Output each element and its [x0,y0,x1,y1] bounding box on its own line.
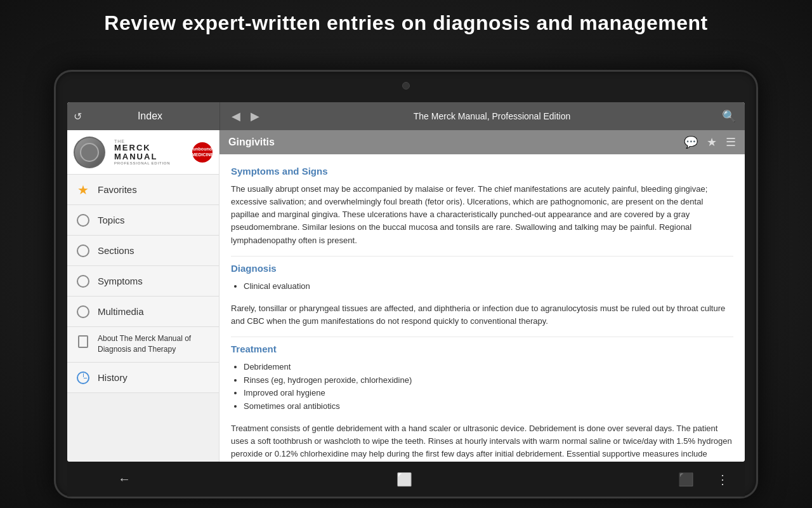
treatment-bullets: Debridement Rinses (eg, hydrogen peroxid… [244,361,733,413]
sidebar: THE MERCK MANUAL PROFESSIONAL EDITION un… [67,130,219,462]
sidebar-item-label: History [98,372,128,383]
android-recents-button[interactable]: ⬛ [678,472,694,487]
sidebar-item-label: Favorites [98,184,137,195]
sidebar-logo: THE MERCK MANUAL PROFESSIONAL EDITION un… [67,130,219,175]
sidebar-item-favorites[interactable]: ★ Favorites [67,175,219,205]
content-area: Gingivitis 💬 ★ ☰ Symptoms and Signs The … [219,130,745,462]
nav-left-section: ↺ Index [67,110,219,123]
bullet-item: Debridement [244,361,733,374]
sidebar-item-multimedia[interactable]: Multimedia [67,297,219,327]
article-body: Symptoms and Signs The usually abrupt on… [219,154,745,462]
section-heading-treatment: Treatment [231,344,733,354]
top-nav-bar: ↺ Index ◀ ▶ The Merck Manual, Profession… [67,102,745,130]
section-heading-diagnosis: Diagnosis [231,263,733,274]
section-divider-2 [231,337,733,337]
nav-main-title: The Merck Manual, Professional Edition [267,111,717,121]
sidebar-item-label: About The Merck Manual of Diagnosis and … [98,333,210,355]
sections-icon [76,244,90,258]
forward-arrow-icon[interactable]: ▶ [248,107,262,126]
sidebar-item-about[interactable]: About The Merck Manual of Diagnosis and … [67,327,219,363]
refresh-icon[interactable]: ↺ [74,110,82,123]
symptoms-icon [76,274,90,288]
logo-avatar [74,137,105,168]
android-home-button[interactable]: ⬜ [396,472,412,487]
article-action-icons: 💬 ★ ☰ [684,135,736,149]
android-nav-bar: ← ⬜ ⬛ ⋮ [67,462,745,497]
sidebar-item-label: Symptoms [98,276,143,286]
android-overflow-icon[interactable]: ⋮ [716,472,729,487]
tablet-camera [402,82,410,90]
main-area: THE MERCK MANUAL PROFESSIONAL EDITION un… [67,130,745,462]
nav-index-title: Index [87,110,213,122]
logo-text: THE MERCK MANUAL PROFESSIONAL EDITION [109,139,170,166]
share-icon[interactable]: 💬 [684,135,698,149]
back-arrow-icon[interactable]: ◀ [229,107,243,126]
sidebar-item-symptoms[interactable]: Symptoms [67,266,219,297]
diagnosis-bullets: Clinical evaluation [244,280,733,293]
article-title: Gingivitis [228,137,275,148]
bullet-item: Clinical evaluation [244,280,733,293]
section-heading-symptoms: Symptoms and Signs [231,166,733,177]
sidebar-item-history[interactable]: History [67,363,219,393]
sidebar-item-label: Topics [98,215,125,225]
symptoms-paragraph: The usually abrupt onset may be accompan… [231,183,733,247]
bullet-item: Improved oral hygiene [244,387,733,400]
about-icon [76,335,90,349]
bookmark-star-icon[interactable]: ★ [707,135,717,149]
page-headline: Review expert-written entries on diagnos… [0,11,812,35]
outline-list-icon[interactable]: ☰ [726,135,736,149]
nav-right-section: ◀ ▶ The Merck Manual, Professional Editi… [220,107,745,126]
sidebar-item-label: Multimedia [98,306,144,317]
sidebar-item-sections[interactable]: Sections [67,236,219,266]
treatment-paragraph: Treatment consists of gentle debridement… [231,422,733,462]
star-icon: ★ [76,183,90,197]
diagnosis-paragraph: Rarely, tonsillar or pharyngeal tissues … [231,302,733,328]
topics-icon [76,213,90,227]
sidebar-item-topics[interactable]: Topics [67,205,219,236]
search-icon[interactable]: 🔍 [722,109,736,123]
history-icon [76,371,90,385]
tablet-screen: ↺ Index ◀ ▶ The Merck Manual, Profession… [67,102,745,462]
article-header: Gingivitis 💬 ★ ☰ [219,130,745,154]
bullet-item: Rinses (eg, hydrogen peroxide, chlorhexi… [244,374,733,387]
section-divider [231,256,733,257]
android-back-button[interactable]: ← [118,472,131,486]
sidebar-item-label: Sections [98,245,134,256]
tablet-frame: ↺ Index ◀ ▶ The Merck Manual, Profession… [54,70,758,498]
unbound-medicine-badge: unboundMEDICINE [192,142,213,163]
multimedia-icon [76,305,90,319]
bullet-item: Sometimes oral antibiotics [244,400,733,413]
